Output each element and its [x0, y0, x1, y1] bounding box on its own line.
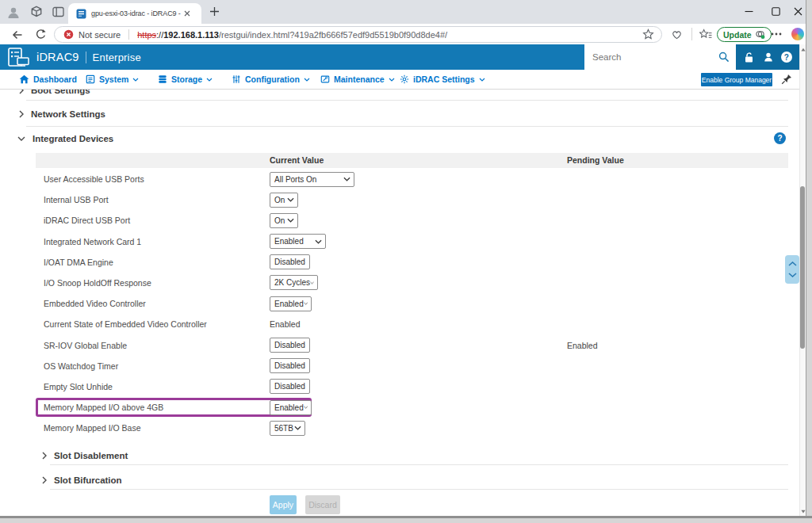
- setting-label: Memory Mapped I/O above 4GB: [44, 403, 163, 412]
- unlock-icon[interactable]: [743, 52, 755, 63]
- table-row-highlighted: Memory Mapped I/O above 4GB Enabled: [0, 397, 799, 418]
- favorites-icon[interactable]: [699, 29, 712, 40]
- nav-idrac-settings[interactable]: iDRAC Settings: [400, 70, 485, 89]
- nav-label: Maintenance: [334, 74, 385, 84]
- browser-toolbar: Not secure https://192.168.1.113/restgui…: [0, 24, 806, 45]
- bookmark-star-icon[interactable]: [642, 29, 654, 40]
- select-memory-mapped-io-above-4gb[interactable]: Enabled: [270, 400, 312, 415]
- update-button[interactable]: Update: [717, 27, 772, 42]
- product-name: iDRAC9: [36, 51, 79, 63]
- setting-label: Memory Mapped I/O Base: [44, 423, 141, 433]
- table-row: Embedded Video Controller Enabled: [0, 293, 799, 314]
- home-icon: [19, 74, 29, 84]
- select-idrac-direct-usb-port[interactable]: On: [270, 213, 298, 228]
- nav-system[interactable]: System: [86, 70, 139, 89]
- chevron-right-icon: [42, 452, 47, 460]
- section-integrated-devices[interactable]: Integrated Devices: [17, 131, 113, 147]
- url-path: /restgui/index.html?419a2fb666f57edf9d55…: [219, 30, 447, 40]
- chevron-up-icon[interactable]: [788, 262, 797, 266]
- refresh-icon[interactable]: [35, 29, 47, 40]
- table-row: SR-IOV Global Enable Disabled Enabled: [0, 335, 799, 356]
- url-scheme: https: [137, 30, 156, 40]
- chevron-down-icon: [479, 78, 485, 82]
- current-state-value: Enabled: [270, 319, 301, 329]
- browser-tab[interactable]: gpu-esxi-03-idrac - iDRAC9 - Con: [68, 3, 201, 24]
- select-io-snoop-holdoff-response[interactable]: 2K Cycles: [270, 275, 318, 290]
- select-embedded-video-controller[interactable]: Enabled: [270, 296, 312, 311]
- section-label: Network Settings: [31, 109, 105, 119]
- section-slot-disablement[interactable]: Slot Disablement: [42, 448, 128, 464]
- select-user-accessible-usb-ports[interactable]: All Ports On: [270, 172, 354, 187]
- url-separator: ://: [156, 30, 163, 40]
- setting-label: Internal USB Port: [44, 195, 109, 204]
- product-separator: [86, 52, 86, 63]
- browser-window: gpu-esxi-03-idrac - iDRAC9 - Con Not sec…: [0, 0, 812, 523]
- maximize-icon[interactable]: [772, 7, 780, 16]
- idrac-header: iDRAC9 Enterprise ?: [0, 44, 799, 70]
- chevron-down-icon: [343, 177, 350, 181]
- section-network-settings[interactable]: Network Settings: [19, 106, 105, 122]
- tab-title: gpu-esxi-03-idrac - iDRAC9 - Con: [91, 10, 182, 17]
- select-memory-mapped-io-base[interactable]: 56TB: [270, 421, 305, 436]
- scrollbar-thumb[interactable]: [800, 186, 805, 349]
- nav-configuration[interactable]: Configuration: [232, 70, 310, 89]
- chevron-down-icon: [304, 301, 308, 306]
- tab-actions-icon[interactable]: [52, 6, 64, 17]
- chevron-down-icon: [305, 364, 306, 368]
- table-row: Internal USB Port On: [0, 189, 799, 210]
- browser-essentials-icon[interactable]: [671, 29, 683, 40]
- back-icon[interactable]: [11, 29, 24, 41]
- setting-label: OS Watchdog Timer: [44, 361, 118, 371]
- section-boot-settings[interactable]: Boot Settings: [19, 90, 90, 98]
- select-internal-usb-port[interactable]: On: [270, 193, 298, 208]
- window-frame-right: [806, 0, 812, 523]
- setting-label: SR-IOV Global Enable: [44, 341, 127, 350]
- select-ioat-dma-engine[interactable]: Disabled: [270, 254, 310, 269]
- setting-label: Empty Slot Unhide: [44, 382, 113, 391]
- discard-button[interactable]: Discard: [305, 495, 340, 514]
- toolbar-divider: [691, 28, 692, 40]
- search-input[interactable]: [592, 52, 718, 62]
- workspaces-icon[interactable]: [30, 6, 43, 18]
- help-icon[interactable]: ?: [774, 132, 786, 144]
- close-window-icon[interactable]: [794, 7, 802, 16]
- nav-dashboard[interactable]: Dashboard: [19, 70, 77, 89]
- apply-button[interactable]: Apply: [270, 495, 297, 514]
- chevron-down-icon: [310, 281, 314, 285]
- select-sr-iov-global-enable[interactable]: Disabled: [270, 338, 310, 353]
- nav-label: Configuration: [245, 74, 300, 84]
- pending-value: Enabled: [567, 341, 598, 350]
- chevron-down-icon[interactable]: [788, 273, 797, 277]
- profile-icon[interactable]: [6, 6, 21, 20]
- address-bar[interactable]: Not secure https://192.168.1.113/restgui…: [54, 26, 662, 43]
- settings-table: User Accessible USB Ports All Ports On I…: [0, 169, 799, 438]
- section-label: Integrated Devices: [33, 134, 113, 143]
- page-scroll-widget[interactable]: [785, 255, 799, 284]
- header-icon-box: ?: [736, 44, 799, 70]
- select-os-watchdog-timer[interactable]: Disabled: [270, 358, 310, 373]
- table-row: I/O Snoop HoldOff Response 2K Cycles: [0, 273, 799, 293]
- new-tab-icon[interactable]: [209, 6, 220, 17]
- setting-label: Integrated Network Card 1: [44, 237, 141, 246]
- search-icon[interactable]: [718, 52, 730, 63]
- tab-close-icon[interactable]: [184, 10, 190, 17]
- nav-maintenance[interactable]: Maintenance: [320, 70, 395, 89]
- section-slot-bifurcation[interactable]: Slot Bifurcation: [42, 472, 122, 488]
- table-row: OS Watchdog Timer Disabled: [0, 356, 799, 376]
- enable-group-manager-button[interactable]: Enable Group Manager: [701, 73, 772, 86]
- pin-icon[interactable]: [781, 74, 792, 85]
- chevron-down-icon: [206, 78, 213, 82]
- not-secure-icon: [63, 29, 74, 40]
- chevron-down-icon: [315, 239, 322, 244]
- update-label: Update: [723, 30, 752, 40]
- copilot-icon[interactable]: [791, 28, 804, 40]
- select-integrated-network-card-1[interactable]: Enabled: [270, 234, 326, 249]
- minimize-icon[interactable]: [745, 7, 753, 16]
- select-empty-slot-unhide[interactable]: Disabled: [270, 379, 310, 394]
- more-menu-icon[interactable]: [771, 32, 782, 36]
- nav-storage[interactable]: Storage: [158, 70, 213, 89]
- search-box: [584, 44, 736, 70]
- help-icon[interactable]: ?: [781, 52, 792, 63]
- table-row: Integrated Network Card 1 Enabled: [0, 231, 799, 252]
- user-icon[interactable]: [763, 52, 774, 63]
